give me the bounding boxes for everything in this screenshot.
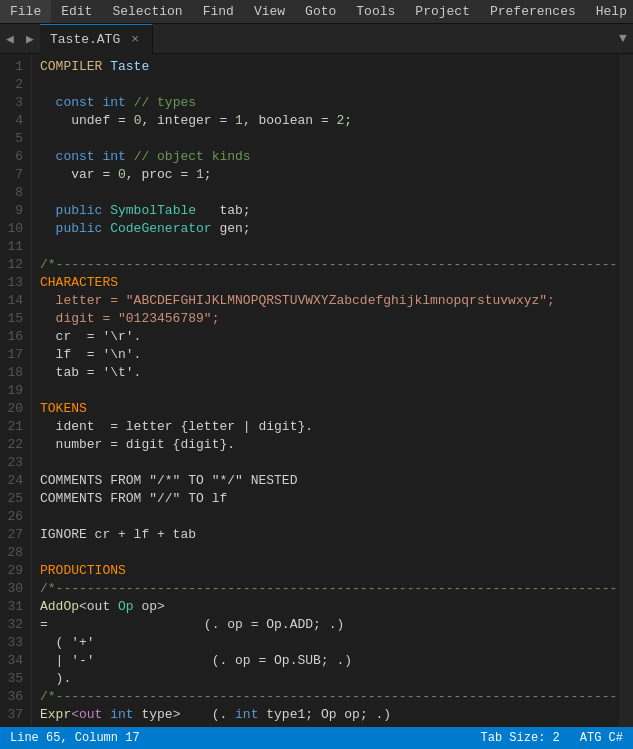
menu-item-selection[interactable]: Selection <box>102 0 192 23</box>
code-line: COMMENTS FROM "/*" TO "*/" NESTED <box>40 472 611 490</box>
line-number: 15 <box>4 310 23 328</box>
line-number: 18 <box>4 364 23 382</box>
line-number: 32 <box>4 616 23 634</box>
line-numbers: 1234567891011121314151617181920212223242… <box>0 54 32 727</box>
language-mode: ATG C# <box>580 731 623 745</box>
code-line: COMMENTS FROM "//" TO lf <box>40 490 611 508</box>
code-area[interactable]: COMPILER Taste const int // types undef … <box>32 54 619 727</box>
line-number: 3 <box>4 94 23 112</box>
code-line: const int // types <box>40 94 611 112</box>
code-line: Expr<out int type> (. int type1; Op op; … <box>40 706 611 724</box>
code-line <box>40 76 611 94</box>
line-number: 27 <box>4 526 23 544</box>
menu-item-project[interactable]: Project <box>405 0 480 23</box>
code-line: /*--------------------------------------… <box>40 580 611 598</box>
code-line: digit = "0123456789"; <box>40 310 611 328</box>
menu-item-tools[interactable]: Tools <box>346 0 405 23</box>
code-line: CHARACTERS <box>40 274 611 292</box>
line-number: 19 <box>4 382 23 400</box>
tabbar: ◀ ▶ Taste.ATG × ▼ <box>0 24 633 54</box>
code-line: /*--------------------------------------… <box>40 256 611 274</box>
line-number: 5 <box>4 130 23 148</box>
code-line: lf = '\n'. <box>40 346 611 364</box>
line-number: 24 <box>4 472 23 490</box>
line-number: 33 <box>4 634 23 652</box>
line-number: 23 <box>4 454 23 472</box>
line-number: 12 <box>4 256 23 274</box>
line-number: 20 <box>4 400 23 418</box>
code-line: TOKENS <box>40 400 611 418</box>
code-line: number = digit {digit}. <box>40 436 611 454</box>
tab-close-button[interactable]: × <box>128 32 142 46</box>
code-line: ). <box>40 670 611 688</box>
code-line: tab = '\t'. <box>40 364 611 382</box>
line-number: 34 <box>4 652 23 670</box>
code-line <box>40 130 611 148</box>
code-line: | '-' (. op = Op.SUB; .) <box>40 652 611 670</box>
line-number: 1 <box>4 58 23 76</box>
line-number: 11 <box>4 238 23 256</box>
code-line <box>40 238 611 256</box>
code-line: IGNORE cr + lf + tab <box>40 526 611 544</box>
line-number: 26 <box>4 508 23 526</box>
code-line: undef = 0, integer = 1, boolean = 2; <box>40 112 611 130</box>
tab-prev-button[interactable]: ◀ <box>0 24 20 54</box>
line-number: 2 <box>4 76 23 94</box>
code-line: = (. op = Op.ADD; .) <box>40 616 611 634</box>
menu-item-view[interactable]: View <box>244 0 295 23</box>
tab-size: Tab Size: 2 <box>481 731 560 745</box>
line-number: 6 <box>4 148 23 166</box>
line-number: 28 <box>4 544 23 562</box>
line-number: 8 <box>4 184 23 202</box>
line-number: 4 <box>4 112 23 130</box>
editor-tab[interactable]: Taste.ATG × <box>40 24 153 54</box>
code-line: const int // object kinds <box>40 148 611 166</box>
line-number: 29 <box>4 562 23 580</box>
code-line: PRODUCTIONS <box>40 562 611 580</box>
code-line: public SymbolTable tab; <box>40 202 611 220</box>
code-line: letter = "ABCDEFGHIJKLMNOPQRSTUVWXYZabcd… <box>40 292 611 310</box>
code-line: public CodeGenerator gen; <box>40 220 611 238</box>
line-number: 35 <box>4 670 23 688</box>
menubar: FileEditSelectionFindViewGotoToolsProjec… <box>0 0 633 24</box>
code-line: var = 0, proc = 1; <box>40 166 611 184</box>
code-line: COMPILER Taste <box>40 58 611 76</box>
tab-dropdown-button[interactable]: ▼ <box>613 24 633 54</box>
line-number: 21 <box>4 418 23 436</box>
code-line <box>40 184 611 202</box>
line-number: 37 <box>4 706 23 724</box>
editor-container: 1234567891011121314151617181920212223242… <box>0 54 633 727</box>
menu-item-help[interactable]: Help <box>586 0 633 23</box>
line-number: 13 <box>4 274 23 292</box>
line-number: 30 <box>4 580 23 598</box>
cursor-position: Line 65, Column 17 <box>10 731 140 745</box>
menu-item-preferences[interactable]: Preferences <box>480 0 586 23</box>
code-line: /*--------------------------------------… <box>40 688 611 706</box>
scrollbar-right[interactable] <box>619 54 633 727</box>
line-number: 16 <box>4 328 23 346</box>
line-number: 31 <box>4 598 23 616</box>
code-line <box>40 454 611 472</box>
line-number: 36 <box>4 688 23 706</box>
statusbar: Line 65, Column 17 Tab Size: 2 ATG C# <box>0 727 633 749</box>
tab-next-button[interactable]: ▶ <box>20 24 40 54</box>
code-line <box>40 508 611 526</box>
line-number: 7 <box>4 166 23 184</box>
line-number: 17 <box>4 346 23 364</box>
line-number: 10 <box>4 220 23 238</box>
code-line: AddOp<out Op op> <box>40 598 611 616</box>
line-number: 14 <box>4 292 23 310</box>
menu-item-edit[interactable]: Edit <box>51 0 102 23</box>
tab-title: Taste.ATG <box>50 32 120 47</box>
code-line: cr = '\r'. <box>40 328 611 346</box>
menu-item-file[interactable]: File <box>0 0 51 23</box>
line-number: 9 <box>4 202 23 220</box>
menu-item-goto[interactable]: Goto <box>295 0 346 23</box>
menu-item-find[interactable]: Find <box>193 0 244 23</box>
code-line <box>40 544 611 562</box>
line-number: 22 <box>4 436 23 454</box>
code-line: ident = letter {letter | digit}. <box>40 418 611 436</box>
line-number: 25 <box>4 490 23 508</box>
code-line <box>40 382 611 400</box>
code-line: ( '+' <box>40 634 611 652</box>
